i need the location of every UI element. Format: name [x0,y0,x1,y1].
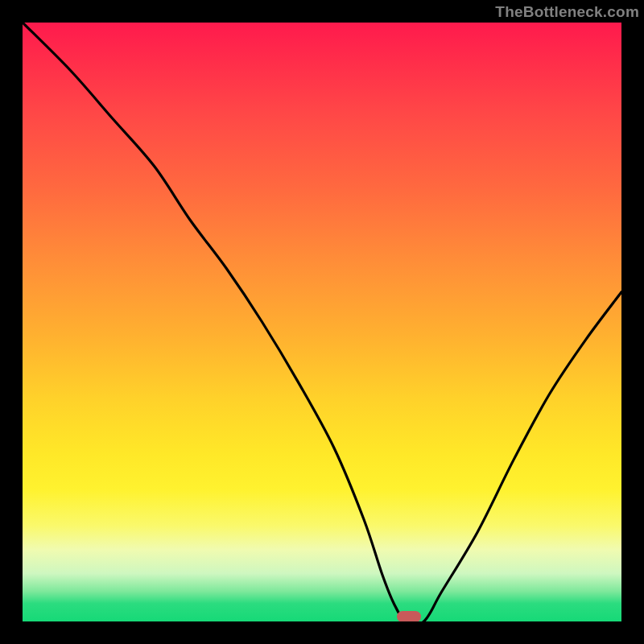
plot-area [23,23,621,621]
optimal-point-marker-icon [397,611,421,621]
watermark-text: TheBottleneck.com [495,3,639,21]
bottleneck-curve [23,23,621,621]
chart-frame: TheBottleneck.com [0,0,644,644]
